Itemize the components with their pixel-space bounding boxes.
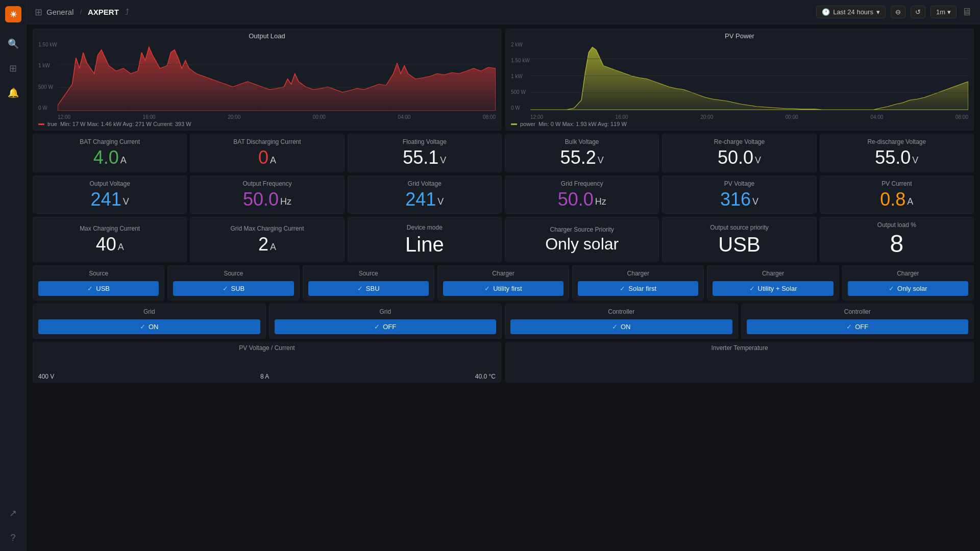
time-range-selector[interactable]: 🕐 Last 24 hours ▾ xyxy=(816,6,886,18)
source-usb-label: Source xyxy=(89,270,108,277)
sidebar-alerts[interactable]: 🔔 xyxy=(6,86,20,100)
grid-frequency-label: Grid Frequency xyxy=(561,180,603,187)
pv-voltage-current-title: PV Voltage / Current xyxy=(38,344,496,352)
check-icon-10: ✓ xyxy=(612,323,618,331)
inverter-temp-panel: Inverter Temperature xyxy=(505,342,974,383)
pv-legend-stats: Min: 0 W Max: 1.93 kW Avg: 119 W xyxy=(538,121,627,127)
sidebar-exit[interactable]: ↗ xyxy=(6,506,20,520)
floating-voltage-card: Floating Voltage 55.1 V xyxy=(348,134,502,172)
grid-voltage-label: Grid Voltage xyxy=(408,180,442,187)
output-source-priority-label: Output source priority xyxy=(710,224,769,231)
grid-voltage-card: Grid Voltage 241 V xyxy=(348,176,502,214)
source-sbu-btn-label: SBU xyxy=(366,285,380,292)
sidebar: ☀ 🔍 ⊞ 🔔 ↗ ? xyxy=(0,0,27,551)
chevron-interval-icon: ▾ xyxy=(947,8,951,16)
source-sbu-label: Source xyxy=(359,270,378,277)
output-load-percent-card: Output load % 8 xyxy=(820,217,974,262)
output-load-area: 1.50 kW 1 kW 500 W 0 W xyxy=(38,42,496,120)
controller-off-label: Controller xyxy=(844,308,871,315)
zoom-out-icon: ⊖ xyxy=(895,8,901,16)
output-frequency-value: 50.0 Hz xyxy=(243,189,291,210)
max-charging-current-card: Max Charging Current 40 A xyxy=(33,217,187,262)
controller-off-button[interactable]: ✓ OFF xyxy=(747,319,969,334)
output-voltage-card: Output Voltage 241 V xyxy=(33,176,187,214)
inverter-temp-title: Inverter Temperature xyxy=(511,344,968,352)
bottom-charts-row: PV Voltage / Current 400 V 8 A 40.0 °C I… xyxy=(33,342,974,383)
content-area: Output Load 1.50 kW 1 kW 500 W 0 W xyxy=(27,24,980,551)
output-load-xaxis: 12:00 16:00 20:00 00:00 04:00 08:00 xyxy=(58,114,496,120)
floating-voltage-value: 55.1 V xyxy=(403,147,446,168)
check-icon-11: ✓ xyxy=(846,323,852,331)
source-sbu-button[interactable]: ✓ SBU xyxy=(308,281,429,296)
output-load-chart: Output Load 1.50 kW 1 kW 500 W 0 W xyxy=(33,29,501,131)
pv-power-svg xyxy=(530,42,968,111)
charger-only-solar-card: Charger ✓ Only solar xyxy=(842,265,974,300)
source-sub-label: Source xyxy=(224,270,243,277)
pv-power-area: 2 kW 1.50 kW 1 kW 500 W 0 W xyxy=(511,42,968,120)
source-sub-button[interactable]: ✓ SUB xyxy=(173,281,293,296)
controller-on-button[interactable]: ✓ ON xyxy=(510,319,732,334)
bat-discharging-current-value: 0 A xyxy=(258,147,276,168)
device-mode-value: Line xyxy=(405,233,444,256)
pv-voltage-label: PV Voltage xyxy=(724,180,754,187)
sidebar-dashboard[interactable]: ⊞ xyxy=(6,61,20,76)
redischarge-voltage-label: Re-discharge Voltage xyxy=(867,138,926,145)
charger-only-solar-label: Charger xyxy=(897,270,919,277)
grid-on-card: Grid ✓ ON xyxy=(33,304,266,339)
metrics-row-1: BAT Charging Current 4.0 A BAT Dischargi… xyxy=(33,134,974,172)
pv-voltage-stat: 400 V xyxy=(38,373,54,380)
grid-max-charging-label: Grid Max Charging Current xyxy=(230,225,304,232)
chevron-down-icon: ▾ xyxy=(876,8,880,16)
redischarge-voltage-value: 55.0 V xyxy=(875,147,918,168)
sidebar-search[interactable]: 🔍 xyxy=(6,37,20,51)
recharge-voltage-label: Re-charge Voltage xyxy=(714,138,765,145)
charger-only-solar-btn-label: Only solar xyxy=(897,285,927,292)
charger-source-priority-value: Only solar xyxy=(545,235,619,253)
bulk-voltage-card: Bulk Voltage 55.2 V xyxy=(505,134,659,172)
pv-power-yaxis: 2 kW 1.50 kW 1 kW 500 W 0 W xyxy=(511,42,530,111)
source-usb-button[interactable]: ✓ USB xyxy=(38,281,159,296)
charger-utility-first-btn-label: Utility first xyxy=(493,285,522,292)
breadcrumb-axpert: AXPERT xyxy=(88,8,119,16)
time-range-label: Last 24 hours xyxy=(833,8,873,16)
recharge-voltage-value: 50.0 V xyxy=(718,147,761,168)
charger-only-solar-button[interactable]: ✓ Only solar xyxy=(848,281,968,296)
charger-solar-first-button[interactable]: ✓ Solar first xyxy=(578,281,698,296)
main-content: ⊞ General / AXPERT ⤴ 🕐 Last 24 hours ▾ ⊖… xyxy=(27,0,980,551)
pv-voltage-value: 316 V xyxy=(720,189,758,210)
refresh-button[interactable]: ↺ xyxy=(911,6,925,18)
grid-on-button[interactable]: ✓ ON xyxy=(38,319,260,334)
grid-max-charging-card: Grid Max Charging Current 2 A xyxy=(190,217,344,262)
source-sub-btn-label: SUB xyxy=(231,285,245,292)
pv-current-card: PV Current 0.8 A xyxy=(820,176,974,214)
monitor-icon[interactable]: 🖥 xyxy=(962,6,972,18)
grid-off-btn-label: OFF xyxy=(383,323,396,331)
charger-utility-first-label: Charger xyxy=(492,270,514,277)
charger-utility-solar-button[interactable]: ✓ Utility + Solar xyxy=(713,281,833,296)
charger-utility-solar-label: Charger xyxy=(762,270,784,277)
charger-utility-first-button[interactable]: ✓ Utility first xyxy=(443,281,564,296)
device-mode-card: Device mode Line xyxy=(348,217,502,262)
controller-on-label: Controller xyxy=(608,308,634,315)
controller-off-card: Controller ✓ OFF xyxy=(741,304,974,339)
pv-power-chart: PV Power 2 kW 1.50 kW 1 kW 500 W 0 W xyxy=(505,29,974,131)
output-load-svg xyxy=(58,42,496,111)
breadcrumb-separator: / xyxy=(80,8,82,16)
grid-off-button[interactable]: ✓ OFF xyxy=(275,319,497,334)
legend-color-dot xyxy=(38,123,44,125)
output-load-percent-value: 8 xyxy=(890,231,903,258)
floating-voltage-label: Floating Voltage xyxy=(403,138,447,145)
grid-frequency-card: Grid Frequency 50.0 Hz xyxy=(505,176,659,214)
zoom-out-button[interactable]: ⊖ xyxy=(891,6,905,18)
interval-selector[interactable]: 1m ▾ xyxy=(930,6,957,18)
output-load-percent-label: Output load % xyxy=(877,221,916,229)
share-icon[interactable]: ⤴ xyxy=(125,8,129,17)
max-charging-current-label: Max Charging Current xyxy=(80,225,140,232)
bulk-voltage-label: Bulk Voltage xyxy=(565,138,599,145)
controller-off-btn-label: OFF xyxy=(855,323,868,331)
sidebar-help[interactable]: ? xyxy=(6,531,20,545)
charger-source-priority-label: Charger Source Priority xyxy=(550,226,614,233)
controller-on-card: Controller ✓ ON xyxy=(505,304,738,339)
check-icon-9: ✓ xyxy=(374,323,380,331)
grid-on-btn-label: ON xyxy=(149,323,159,331)
